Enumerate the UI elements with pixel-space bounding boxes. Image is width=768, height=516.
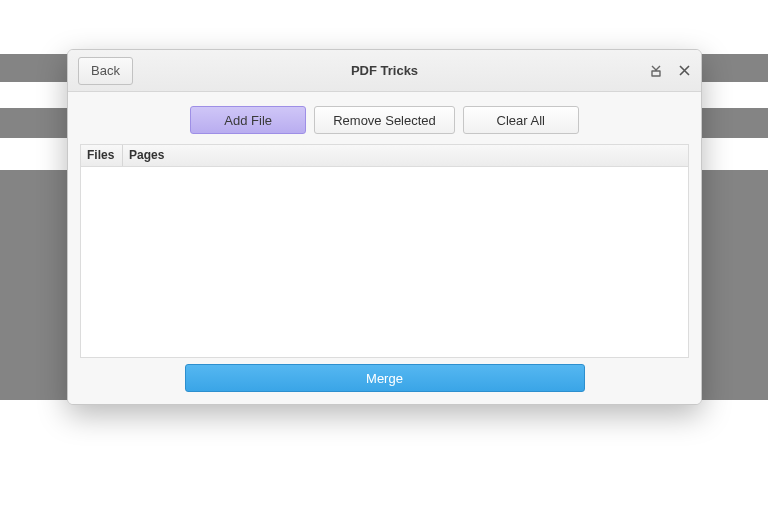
content-area: Add File Remove Selected Clear All Files… [68,92,701,404]
action-row: Merge [80,358,689,392]
clear-all-button[interactable]: Clear All [463,106,579,134]
merge-label: Merge [366,371,403,386]
titlebar: Back PDF Tricks [68,50,701,92]
close-icon[interactable] [677,64,691,78]
table-body[interactable] [81,167,688,357]
back-button[interactable]: Back [78,57,133,85]
toolbar: Add File Remove Selected Clear All [80,106,689,134]
clear-all-label: Clear All [497,113,545,128]
window-controls [649,64,691,78]
add-file-button[interactable]: Add File [190,106,306,134]
app-window: Back PDF Tricks Add File Remove Selected… [67,49,702,405]
remove-selected-button[interactable]: Remove Selected [314,106,455,134]
window-title: PDF Tricks [68,63,701,78]
file-table: Files Pages [80,144,689,358]
merge-button[interactable]: Merge [185,364,585,392]
back-button-label: Back [91,63,120,78]
table-header: Files Pages [81,145,688,167]
column-header-files[interactable]: Files [81,145,123,166]
add-file-label: Add File [224,113,272,128]
remove-selected-label: Remove Selected [333,113,436,128]
minimize-icon[interactable] [649,64,663,78]
column-header-pages[interactable]: Pages [123,145,688,166]
